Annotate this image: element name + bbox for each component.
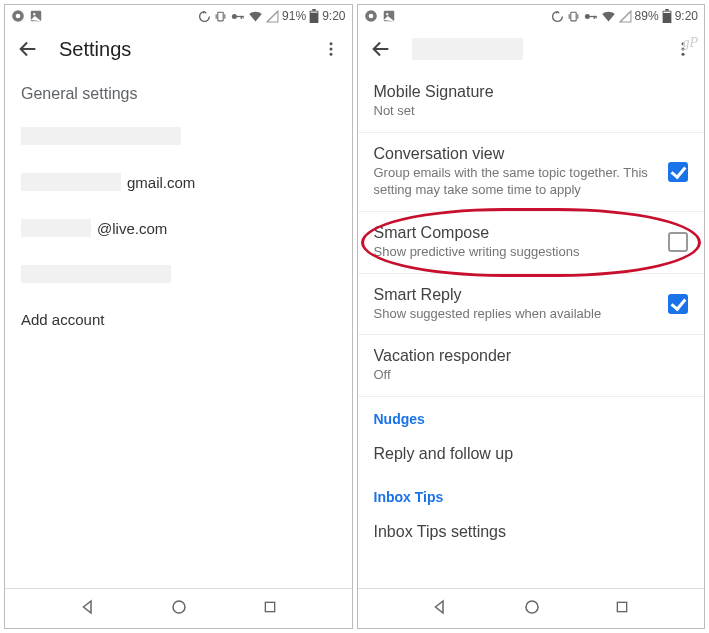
add-account-label: Add account (21, 311, 104, 328)
account-row-live[interactable]: @live.com (5, 205, 352, 251)
back-button[interactable] (17, 38, 39, 60)
checkbox-smart-reply[interactable] (668, 294, 688, 314)
svg-rect-30 (589, 15, 596, 16)
setting-vacation-responder[interactable]: Vacation responder Off (358, 335, 705, 397)
redacted-text (21, 173, 121, 191)
setting-title: Inbox Tips settings (374, 523, 679, 541)
nav-back-button[interactable] (431, 598, 449, 620)
app-bar (358, 27, 705, 71)
status-bar: 89% 9:20 (358, 5, 705, 27)
account-row-gmail[interactable]: gmail.com (5, 159, 352, 205)
sync-icon (198, 10, 211, 23)
svg-marker-19 (83, 601, 91, 613)
svg-rect-8 (236, 15, 243, 16)
wifi-icon (601, 9, 616, 24)
vpn-key-icon (583, 9, 598, 24)
watermark: gP (682, 35, 698, 51)
svg-marker-41 (436, 601, 444, 613)
setting-smart-compose[interactable]: Smart Compose Show predictive writing su… (358, 212, 705, 274)
svg-point-25 (386, 13, 388, 15)
svg-point-23 (368, 14, 373, 19)
svg-point-29 (584, 14, 589, 19)
nav-recents-button[interactable] (614, 599, 630, 619)
status-bar: 91% 9:20 (5, 5, 352, 27)
redacted-text (21, 265, 171, 283)
setting-subtitle: Not set (374, 103, 679, 120)
svg-point-7 (232, 14, 237, 19)
phone-right: 89% 9:20 gP Mobile Signature Not set Con… (357, 4, 706, 629)
svg-rect-26 (570, 12, 575, 21)
redacted-text (21, 219, 91, 237)
svg-rect-34 (665, 9, 669, 11)
svg-rect-14 (311, 12, 318, 13)
setting-title: Reply and follow up (374, 445, 679, 463)
setting-inbox-tips[interactable]: Inbox Tips settings (358, 511, 705, 553)
account-domain: @live.com (97, 220, 167, 237)
svg-rect-4 (218, 12, 223, 21)
page-title: Settings (59, 38, 131, 61)
settings-content: General settings gmail.com @live.com Add… (5, 71, 352, 588)
svg-line-11 (267, 11, 278, 22)
setting-subtitle: Off (374, 367, 679, 384)
vibrate-icon (214, 10, 227, 23)
svg-rect-9 (241, 15, 242, 18)
section-header-inbox-tips: Inbox Tips (358, 475, 705, 511)
settings-list: Mobile Signature Not set Conversation vi… (358, 71, 705, 588)
phone-left: 91% 9:20 Settings General settings gmail… (4, 4, 353, 629)
svg-point-16 (329, 42, 332, 45)
battery-icon (309, 9, 319, 23)
setting-smart-reply[interactable]: Smart Reply Show suggested replies when … (358, 274, 705, 336)
signal-icon (266, 10, 279, 23)
account-row-redacted-1[interactable] (5, 113, 352, 159)
nav-back-button[interactable] (79, 598, 97, 620)
setting-subtitle: Group emails with the same topic togethe… (374, 165, 659, 199)
setting-reply-follow-up[interactable]: Reply and follow up (358, 433, 705, 475)
svg-point-1 (16, 14, 21, 19)
wifi-icon (248, 9, 263, 24)
app-bar: Settings (5, 27, 352, 71)
android-nav-bar (5, 588, 352, 628)
section-general-settings[interactable]: General settings (5, 71, 352, 113)
add-account-row[interactable]: Add account (5, 297, 352, 342)
overflow-menu-button[interactable] (322, 40, 340, 58)
checkbox-smart-compose[interactable] (668, 232, 688, 252)
setting-mobile-signature[interactable]: Mobile Signature Not set (358, 71, 705, 133)
setting-subtitle: Show predictive writing suggestions (374, 244, 659, 261)
svg-point-20 (173, 601, 185, 613)
clock: 9:20 (322, 9, 345, 23)
svg-rect-10 (243, 15, 244, 18)
setting-title: Vacation responder (374, 347, 679, 365)
battery-icon (662, 9, 672, 23)
svg-rect-36 (663, 12, 670, 13)
svg-line-33 (620, 11, 631, 22)
setting-conversation-view[interactable]: Conversation view Group emails with the … (358, 133, 705, 212)
setting-title: Conversation view (374, 145, 659, 163)
checkbox-conversation-view[interactable] (668, 162, 688, 182)
notification-circle-icon (11, 9, 25, 23)
nav-recents-button[interactable] (262, 599, 278, 619)
clock: 9:20 (675, 9, 698, 23)
notification-circle-icon (364, 9, 378, 23)
signal-icon (619, 10, 632, 23)
section-header-nudges: Nudges (358, 397, 705, 433)
setting-title: Smart Compose (374, 224, 659, 242)
svg-rect-12 (312, 9, 316, 11)
svg-rect-21 (265, 602, 274, 611)
svg-point-3 (33, 13, 35, 15)
svg-rect-43 (618, 602, 627, 611)
back-button[interactable] (370, 38, 392, 60)
photos-icon (382, 9, 396, 23)
setting-subtitle: Show suggested replies when available (374, 306, 659, 323)
redacted-title (412, 38, 523, 60)
sync-icon (551, 10, 564, 23)
nav-home-button[interactable] (523, 598, 541, 620)
battery-percent: 91% (282, 9, 306, 23)
svg-rect-31 (593, 15, 594, 18)
setting-title: Mobile Signature (374, 83, 679, 101)
nav-home-button[interactable] (170, 598, 188, 620)
account-domain: gmail.com (127, 174, 195, 191)
battery-percent: 89% (635, 9, 659, 23)
svg-rect-32 (595, 15, 596, 18)
android-nav-bar (358, 588, 705, 628)
account-row-redacted-2[interactable] (5, 251, 352, 297)
